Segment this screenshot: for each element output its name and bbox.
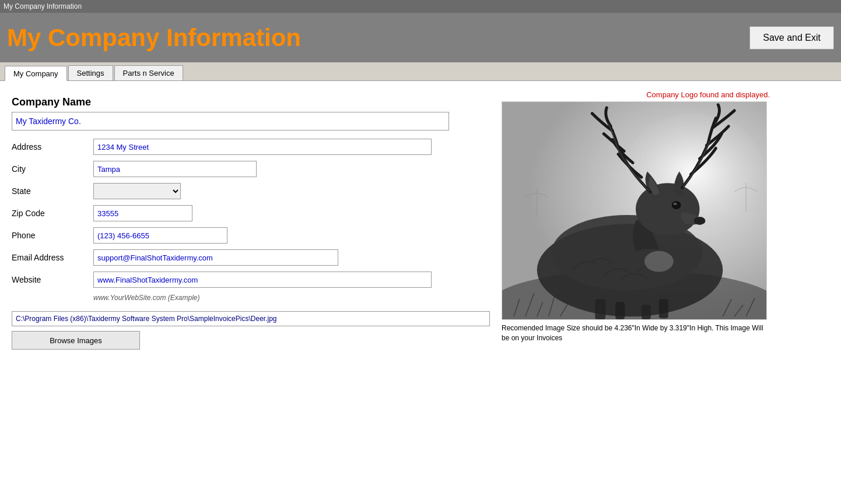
- state-select[interactable]: ALAKAZ ARCACO CTDEFL GAHIID ILINIA KSKYL…: [93, 183, 181, 199]
- svg-point-14: [694, 217, 706, 225]
- form-section: Company Name Address City State ALAKAZ A…: [12, 90, 490, 495]
- zip-label: Zip Code: [12, 209, 93, 218]
- content-body: Company Name Address City State ALAKAZ A…: [12, 90, 829, 495]
- company-name-input[interactable]: [12, 112, 449, 131]
- state-row: State ALAKAZ ARCACO CTDEFL GAHIID ILINIA…: [12, 183, 490, 199]
- email-label: Email Address: [12, 253, 93, 262]
- svg-point-13: [636, 183, 700, 235]
- website-row: Website: [12, 272, 490, 288]
- logo-section: Company Logo found and displayed.: [502, 90, 770, 495]
- svg-point-17: [644, 251, 674, 272]
- title-bar: My Company Information: [0, 0, 841, 13]
- website-example: www.YourWebSite.com (Example): [93, 294, 490, 302]
- phone-input[interactable]: [93, 227, 227, 244]
- svg-point-16: [674, 203, 677, 205]
- svg-rect-18: [595, 299, 605, 319]
- logo-status: Company Logo found and displayed.: [502, 90, 770, 99]
- tab-settings[interactable]: Settings: [68, 65, 113, 80]
- svg-rect-19: [615, 302, 625, 319]
- deer-illustration: [502, 101, 766, 320]
- address-row: Address: [12, 139, 490, 155]
- tab-parts-service[interactable]: Parts n Service: [114, 65, 183, 80]
- svg-rect-20: [642, 305, 651, 319]
- file-path-input[interactable]: [12, 311, 490, 326]
- city-input[interactable]: [93, 161, 257, 177]
- website-label: Website: [12, 275, 93, 284]
- phone-label: Phone: [12, 231, 93, 240]
- email-row: Email Address: [12, 249, 490, 266]
- email-input[interactable]: [93, 249, 338, 266]
- company-name-label: Company Name: [12, 96, 490, 108]
- save-exit-button[interactable]: Save and Exit: [749, 26, 834, 50]
- logo-image-container: [502, 101, 767, 320]
- phone-row: Phone: [12, 227, 490, 244]
- browse-section: Browse Images: [12, 311, 490, 350]
- website-input[interactable]: [93, 272, 432, 288]
- address-input[interactable]: [93, 139, 432, 155]
- address-label: Address: [12, 142, 93, 151]
- city-row: City: [12, 161, 490, 177]
- zip-row: Zip Code: [12, 205, 490, 221]
- tabs-bar: My Company Settings Parts n Service: [0, 62, 841, 81]
- header: My Company Information Save and Exit: [0, 13, 841, 62]
- svg-rect-21: [659, 299, 668, 318]
- svg-point-15: [672, 201, 681, 209]
- zip-input[interactable]: [93, 205, 192, 221]
- title-bar-label: My Company Information: [3, 2, 82, 10]
- city-label: City: [12, 164, 93, 174]
- logo-caption: Recomended Image Size should be 4.236"In…: [502, 323, 770, 343]
- tab-my-company[interactable]: My Company: [5, 66, 67, 81]
- state-label: State: [12, 186, 93, 196]
- main-content: Company Name Address City State ALAKAZ A…: [0, 81, 841, 504]
- page-title: My Company Information: [7, 24, 301, 52]
- browse-images-button[interactable]: Browse Images: [12, 331, 140, 350]
